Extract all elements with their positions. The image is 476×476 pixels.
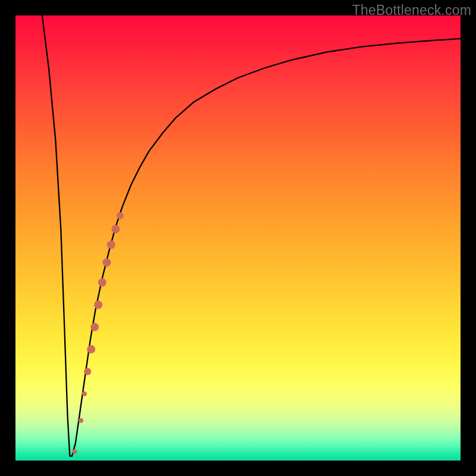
plot-area bbox=[15, 15, 461, 461]
marker-group bbox=[72, 212, 123, 454]
chart-svg bbox=[15, 15, 461, 461]
marker-point bbox=[107, 240, 115, 249]
marker-point bbox=[90, 323, 99, 331]
chart-frame: TheBottleneck.com bbox=[0, 0, 476, 476]
marker-point bbox=[82, 392, 87, 396]
marker-point bbox=[98, 278, 107, 287]
bottleneck-curve-path bbox=[42, 15, 461, 456]
marker-point bbox=[84, 368, 91, 375]
marker-point bbox=[117, 212, 124, 220]
marker-point bbox=[72, 449, 77, 454]
marker-point bbox=[79, 418, 83, 423]
marker-point bbox=[87, 345, 95, 353]
marker-point bbox=[111, 225, 120, 233]
marker-point bbox=[94, 300, 102, 309]
watermark-text: TheBottleneck.com bbox=[352, 2, 471, 18]
marker-point bbox=[102, 258, 111, 267]
